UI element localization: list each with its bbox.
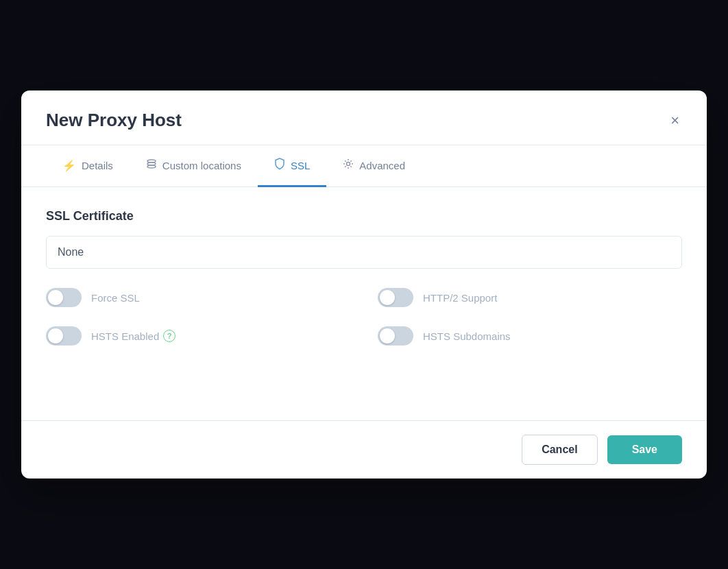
ssl-icon [274, 158, 285, 173]
http2-toggle[interactable] [378, 288, 413, 307]
svg-point-3 [347, 162, 350, 166]
force-ssl-thumb [48, 290, 63, 305]
hsts-toggle[interactable] [46, 326, 82, 346]
hsts-subdomains-thumb [380, 328, 395, 343]
ssl-section-title: SSL Certificate [46, 209, 682, 223]
toggle-row-hsts: HSTS Enabled ? [46, 326, 350, 346]
force-ssl-toggle[interactable] [46, 288, 82, 307]
modal-title: New Proxy Host [46, 110, 182, 131]
new-proxy-host-modal: New Proxy Host × ⚡ Details Custom locati… [21, 90, 707, 479]
hsts-help-icon[interactable]: ? [163, 330, 175, 342]
svg-point-2 [147, 165, 156, 168]
http2-thumb [380, 290, 395, 305]
modal-body: SSL Certificate None Force SSL [21, 187, 707, 420]
tab-details[interactable]: ⚡ Details [46, 147, 130, 186]
hsts-subdomains-label: HSTS Subdomains [423, 330, 511, 342]
toggle-row-force-ssl: Force SSL [46, 288, 350, 307]
toggle-row-http2: HTTP/2 Support [378, 288, 682, 307]
close-button[interactable]: × [668, 110, 682, 131]
tab-ssl[interactable]: SSL [258, 145, 326, 187]
tab-advanced[interactable]: Advanced [326, 146, 422, 186]
custom-locations-icon [146, 158, 157, 172]
force-ssl-label: Force SSL [91, 292, 140, 304]
cancel-button[interactable]: Cancel [522, 435, 597, 465]
ssl-certificate-select[interactable]: None [46, 236, 682, 269]
tab-bar: ⚡ Details Custom locations [21, 145, 707, 187]
tab-ssl-label: SSL [291, 160, 310, 171]
hsts-label: HSTS Enabled ? [91, 330, 175, 342]
tab-custom-locations-label: Custom locations [162, 160, 241, 171]
ssl-select-value: None [58, 246, 84, 258]
advanced-icon [343, 158, 354, 172]
hsts-subdomains-toggle[interactable] [378, 326, 413, 346]
modal-footer: Cancel Save [21, 420, 707, 479]
save-button[interactable]: Save [607, 435, 682, 464]
tab-advanced-label: Advanced [359, 160, 405, 171]
tab-custom-locations[interactable]: Custom locations [130, 146, 258, 186]
http2-label: HTTP/2 Support [423, 292, 497, 304]
hsts-subdomains-track [378, 326, 413, 346]
toggle-grid: Force SSL HTTP/2 Support [46, 288, 682, 346]
hsts-track [46, 326, 82, 346]
modal-header: New Proxy Host × [21, 90, 707, 145]
http2-track [378, 288, 413, 307]
tab-details-label: Details [82, 160, 113, 171]
hsts-thumb [48, 328, 63, 343]
details-icon: ⚡ [62, 159, 76, 172]
force-ssl-track [46, 288, 82, 307]
modal-overlay: New Proxy Host × ⚡ Details Custom locati… [0, 0, 728, 569]
toggle-row-hsts-subdomains: HSTS Subdomains [378, 326, 682, 346]
